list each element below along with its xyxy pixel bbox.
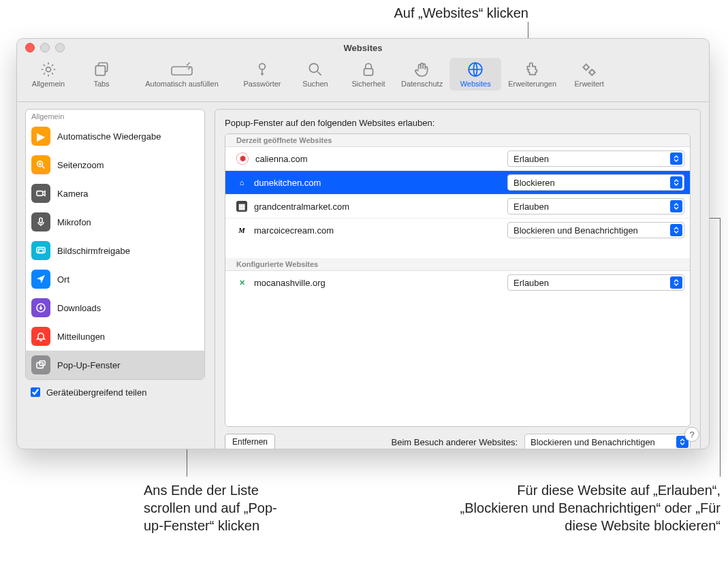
share-across-devices[interactable]: Geräteübergreifend teilen (25, 385, 205, 399)
sidebar-item-popup[interactable]: Pop-Up-Fenster (26, 351, 204, 379)
sidebar-item-label: Seitenzoom (57, 160, 104, 170)
download-icon (31, 298, 50, 317)
sidebar-item-kamera[interactable]: Kamera (26, 179, 204, 208)
share-checkbox[interactable] (31, 387, 40, 397)
search-icon (306, 61, 324, 78)
callout-top: Auf „Websites“ klicken (324, 4, 528, 22)
site-permission-picker[interactable]: Blockieren und Benachrichtigen (507, 222, 684, 238)
sidebar-column: Allgemein ▶ Automatische Wiedergabe Seit… (25, 109, 205, 449)
picker-stepper-icon (670, 153, 682, 165)
location-icon (31, 270, 50, 289)
site-row-grandcentralmarket[interactable]: ▦ grandcentralmarket.com Erlauben (225, 195, 690, 219)
sidebar-header: Allgemein (26, 110, 204, 122)
picker-stepper-icon (670, 200, 682, 212)
picker-stepper-icon (670, 176, 682, 189)
callout-line-bottom-right-v (720, 218, 721, 477)
tab-sicherheit-label: Sicherheit (352, 80, 385, 88)
screen-share-icon (31, 241, 50, 260)
svg-rect-13 (39, 249, 44, 253)
svg-rect-1 (95, 66, 105, 76)
sidebar-item-label: Mitteilungen (57, 332, 105, 342)
main-title: Popup-Fenster auf den folgenden Websites… (225, 118, 691, 128)
sidebar-item-label: Bildschirmfreigabe (57, 246, 130, 256)
tab-erweitert[interactable]: Erweitert (563, 58, 615, 91)
tab-datenschutz-label: Datenschutz (401, 80, 443, 88)
preferences-window: Websites Allgemein Tabs Automatisch ausf… (16, 38, 710, 449)
share-label: Geräteübergreifend teilen (46, 387, 146, 398)
svg-rect-12 (37, 247, 45, 253)
tab-websites-label: Websites (460, 80, 491, 88)
site-row-mocanashville[interactable]: ✕ mocanashville.org Erlauben (225, 271, 690, 294)
tab-erweiterungen[interactable]: Erweiterungen (503, 58, 562, 91)
favicon-icon: ▦ (236, 201, 247, 212)
sidebar-item-label: Kamera (57, 189, 89, 199)
tab-websites[interactable]: Websites (449, 58, 501, 91)
sidebar-item-seitenzoom[interactable]: Seitenzoom (26, 150, 204, 179)
picker-value: Erlauben (513, 202, 549, 212)
main-panel: Popup-Fenster auf den folgenden Websites… (215, 109, 701, 449)
svg-point-3 (259, 63, 266, 69)
tab-passwoerter[interactable]: Passwörter (236, 58, 288, 91)
site-domain: marcoicecream.com (254, 225, 507, 236)
tab-datenschutz[interactable]: Datenschutz (396, 58, 448, 91)
site-domain: mocanashville.org (254, 278, 507, 288)
tab-tabs-label: Tabs (93, 80, 109, 88)
sidebar-item-auto-wiedergabe[interactable]: ▶ Automatische Wiedergabe (26, 122, 204, 150)
picker-value: Erlauben (513, 154, 549, 164)
sidebar-item-mikrofon[interactable]: Mikrofon (26, 208, 204, 236)
sidebar: Allgemein ▶ Automatische Wiedergabe Seit… (25, 109, 205, 380)
bell-icon (31, 327, 50, 346)
window-title: Websites (17, 43, 709, 53)
gear-icon (39, 61, 57, 78)
site-permission-picker[interactable]: Erlauben (507, 150, 684, 167)
svg-point-0 (46, 67, 51, 72)
tab-allgemein[interactable]: Allgemein (22, 58, 74, 91)
favicon-icon: ✕ (236, 277, 247, 288)
section-configured-header: Konfigurierte Websites (225, 258, 690, 271)
tab-suchen[interactable]: Suchen (289, 58, 341, 91)
site-permission-picker[interactable]: Blockieren (507, 174, 684, 191)
preferences-toolbar: Allgemein Tabs Automatisch ausfüllen Pas… (17, 57, 709, 102)
site-row-calienna[interactable]: ✺ calienna.com Erlauben (225, 147, 690, 171)
help-button[interactable]: ? (684, 427, 699, 442)
site-permission-picker[interactable]: Erlauben (507, 198, 684, 214)
play-icon: ▶ (31, 127, 50, 146)
content-area: Allgemein ▶ Automatische Wiedergabe Seit… (17, 102, 709, 449)
tab-autofill-label: Automatisch ausfüllen (145, 80, 219, 88)
website-table: Derzeit geöffnete Websites ✺ calienna.co… (225, 133, 691, 427)
other-sites-picker[interactable]: Blockieren und Benachrichtigen (524, 434, 691, 449)
sidebar-item-ort[interactable]: Ort (26, 265, 204, 293)
sidebar-item-label: Mikrofon (57, 217, 91, 227)
picker-value: Blockieren (513, 178, 555, 188)
callout-bottom-left: Ans Ende der Liste scrollen und auf „Pop… (144, 481, 294, 534)
site-domain: grandcentralmarket.com (254, 202, 507, 212)
microphone-icon (31, 212, 50, 231)
favicon-icon: ✺ (236, 153, 249, 165)
sidebar-item-mitteilungen[interactable]: Mitteilungen (26, 322, 204, 351)
section-open-header: Derzeit geöffnete Websites (225, 134, 690, 147)
tab-erweitert-label: Erweitert (574, 80, 603, 88)
site-permission-picker[interactable]: Erlauben (507, 274, 684, 291)
svg-point-8 (590, 70, 595, 75)
site-domain: dunekitchen.com (254, 178, 507, 188)
bottom-bar: Entfernen Beim Besuch anderer Websites: … (225, 427, 691, 449)
autofill-icon (170, 61, 193, 78)
titlebar: Websites (17, 39, 709, 57)
sidebar-item-label: Automatische Wiedergabe (57, 131, 161, 142)
site-row-dunekitchen[interactable]: ⌂ dunekitchen.com Blockieren (225, 171, 690, 195)
hand-icon (413, 61, 431, 78)
key-icon (253, 61, 271, 78)
gears-icon (580, 61, 598, 78)
sidebar-item-downloads[interactable]: Downloads (26, 293, 204, 322)
tab-tabs[interactable]: Tabs (76, 58, 127, 91)
tab-sicherheit[interactable]: Sicherheit (343, 58, 394, 91)
callout-bottom-right: Für diese Website auf „Erlauben“, „Block… (458, 481, 721, 534)
camera-icon (31, 184, 50, 203)
svg-point-4 (309, 63, 318, 72)
tab-autofill[interactable]: Automatisch ausfüllen (129, 58, 235, 91)
picker-value: Erlauben (513, 278, 549, 288)
sidebar-item-bildschirmfreigabe[interactable]: Bildschirmfreigabe (26, 236, 204, 265)
remove-button[interactable]: Entfernen (225, 434, 275, 449)
site-row-marcoicecream[interactable]: M marcoicecream.com Blockieren und Benac… (225, 219, 690, 242)
svg-point-7 (584, 65, 589, 70)
